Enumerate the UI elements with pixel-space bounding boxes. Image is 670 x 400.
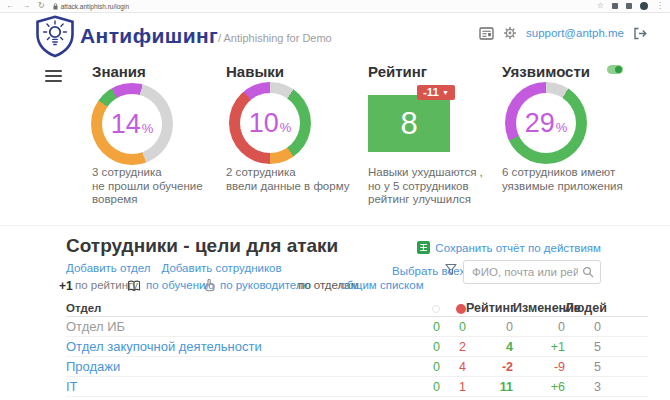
rating-description: Навыки ухудшаются ,но у 5 сотрудниковрей… (368, 166, 483, 207)
skills-description: 2 сотрудникаввели данные в форму (226, 166, 349, 193)
training-book-icon (127, 280, 141, 292)
vulnerabilities-toggle[interactable] (607, 65, 623, 74)
add-employees-link[interactable]: Добавить сотрудников (161, 262, 281, 274)
section-divider (0, 225, 670, 226)
browser-forward-icon[interactable]: → (22, 2, 30, 10)
menu-icon[interactable] (45, 70, 62, 82)
rating-score-box: 8 (368, 95, 450, 152)
table-body: Отдел ИБ 0 0 0 0 0 Отдел закупочной деят… (66, 317, 648, 400)
rating-change-badge: -11▼ (417, 85, 455, 100)
brand-title: Антифишинг (80, 24, 218, 48)
cell-rating: 11 (466, 380, 513, 394)
lock-icon (53, 3, 58, 10)
cell-change: -9 (513, 360, 565, 374)
breadcrumb: / Antiphishing for Demo (218, 32, 332, 44)
cell-red-circle: 2 (440, 340, 466, 354)
support-email-link[interactable]: support@antph.me (526, 27, 624, 39)
white-circle-icon (432, 305, 440, 313)
url-text: attack.antiphish.ru/login (61, 3, 129, 10)
departments-table: Отдел Рейтинг Изменение Людей Отдел ИБ 0… (66, 300, 648, 400)
save-report-link[interactable]: Сохранить отчёт по действиям (417, 241, 601, 254)
column-white-circle[interactable] (410, 301, 440, 315)
filter-funnel-icon[interactable] (445, 263, 457, 276)
table-row[interactable]: IT 0 1 11 +6 3 (66, 377, 648, 397)
excel-icon (417, 241, 430, 254)
cell-people: 3 (565, 380, 601, 394)
cell-white-circle: 0 (410, 340, 440, 354)
column-change[interactable]: Изменение (513, 301, 565, 315)
bookmark-star-icon[interactable]: ☆ (597, 2, 604, 10)
pointing-hand-icon (203, 278, 216, 292)
rating-score: 8 (400, 106, 417, 142)
browser-toolbar: ← → ↻ attack.antiphish.ru/login ☆ ⋮ (0, 0, 670, 13)
skills-percent: 10 (249, 108, 279, 139)
cell-change: +1 (513, 340, 565, 354)
cell-change: 0 (513, 320, 565, 334)
cell-red-circle: 1 (440, 380, 466, 394)
extension-icon[interactable] (612, 3, 618, 9)
page-title: Сотрудники - цели для атаки (66, 235, 338, 257)
extension-icon[interactable] (626, 3, 632, 9)
browser-profile-avatar[interactable] (640, 2, 648, 10)
search-icon[interactable] (582, 266, 594, 278)
knowledge-description: 3 сотрудникане прошли обучениевовремя (92, 166, 203, 207)
search-input[interactable] (464, 266, 582, 278)
table-row[interactable]: Отдел ИБ 0 0 0 0 0 (66, 317, 648, 337)
red-circle-icon (456, 304, 466, 314)
cell-change: +6 (513, 380, 565, 394)
table-header: Отдел Рейтинг Изменение Людей (66, 300, 648, 317)
cell-white-circle: 0 (410, 320, 440, 334)
knowledge-donut-chart: 14% (91, 83, 173, 165)
department-link[interactable]: Отдел закупочной деятельности (66, 339, 410, 354)
department-link[interactable]: Отдел ИБ (66, 319, 410, 334)
add-department-link[interactable]: Добавить отдел (66, 262, 150, 274)
logout-icon[interactable] (633, 27, 647, 40)
cell-white-circle: 0 (410, 380, 440, 394)
browser-menu-icon[interactable]: ⋮ (656, 2, 664, 10)
card-title-skills: Навыки (226, 63, 284, 80)
browser-reload-icon[interactable]: ↻ (38, 2, 45, 10)
column-rating[interactable]: Рейтинг (466, 301, 513, 315)
browser-back-icon[interactable]: ← (6, 2, 14, 10)
card-title-knowledge: Знания (92, 63, 146, 80)
vulnerabilities-percent: 29 (525, 108, 555, 139)
vulnerabilities-description: 6 сотрудников имеютуязвимые приложения (502, 166, 623, 193)
down-arrow-icon: ▼ (442, 89, 449, 96)
antiphishing-shield-logo (35, 15, 75, 58)
department-link[interactable]: Продажи (66, 359, 410, 374)
table-row[interactable]: Отдел закупочной деятельности 0 2 4 +1 5 (66, 337, 648, 357)
cell-people: 5 (565, 360, 601, 374)
address-bar[interactable]: attack.antiphish.ru/login (53, 3, 129, 10)
skills-donut-chart: 10% (229, 82, 311, 164)
column-department[interactable]: Отдел (66, 302, 410, 314)
cell-rating: 4 (466, 340, 513, 354)
vulnerabilities-donut-chart: 29% (505, 82, 587, 164)
card-title-rating: Рейтинг (368, 63, 427, 80)
department-link[interactable]: IT (66, 379, 410, 394)
cell-rating: -2 (466, 360, 513, 374)
cell-red-circle: 4 (440, 360, 466, 374)
cell-people: 5 (565, 340, 601, 354)
column-people[interactable]: Людей (565, 301, 601, 315)
rating-delta-badge: +1 (59, 279, 73, 293)
cell-red-circle: 0 (440, 320, 466, 334)
cell-white-circle: 0 (410, 360, 440, 374)
card-title-vulnerabilities: Уязвимости (502, 63, 590, 80)
cell-people: 0 (565, 320, 601, 334)
table-row[interactable]: Продажи 0 4 -2 -9 5 (66, 357, 648, 377)
cell-rating: 0 (466, 320, 513, 334)
settings-gear-icon[interactable] (503, 26, 517, 40)
news-icon[interactable] (479, 27, 494, 40)
column-red-circle[interactable] (440, 301, 466, 315)
view-common-list[interactable]: общим списком (340, 279, 424, 291)
knowledge-percent: 14 (111, 109, 141, 140)
